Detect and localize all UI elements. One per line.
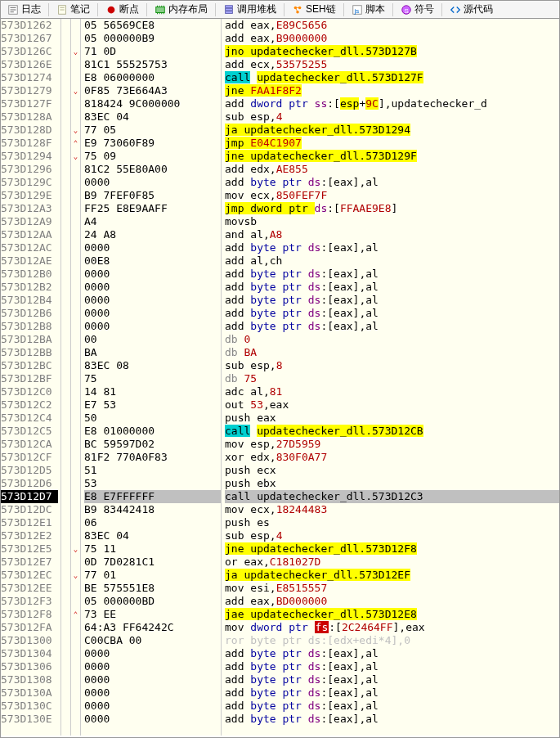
disassembly-cell[interactable]: ja updatechecker_dll.573D1294 xyxy=(225,124,559,137)
disassembly-cell[interactable]: sub esp,8 xyxy=(225,359,559,372)
address-cell[interactable]: 573D12CA xyxy=(1,438,58,451)
address-cell[interactable]: 573D12B4 xyxy=(1,294,58,307)
tab-memlayout[interactable]: 内存布局 xyxy=(150,2,213,17)
bytes-cell[interactable]: 0000 xyxy=(84,241,221,254)
disassembly-cell[interactable]: call updatechecker_dll.573D12C3 xyxy=(225,490,559,503)
bytes-cell[interactable]: 00 xyxy=(84,333,221,346)
address-cell[interactable]: 573D12C5 xyxy=(1,425,58,438)
disassembly-cell[interactable]: jne updatechecker_dll.573D129F xyxy=(225,150,559,163)
bytes-cell[interactable]: 0000 xyxy=(84,294,221,307)
address-cell[interactable]: 573D12BF xyxy=(1,372,58,385)
disassembly-cell[interactable]: xor edx,830F0A77 xyxy=(225,451,559,464)
tab-source[interactable]: 源代码 xyxy=(445,2,498,17)
address-cell[interactable]: 573D12BC xyxy=(1,359,58,372)
disassembly-cell[interactable]: add byte ptr ds:[eax],al xyxy=(225,320,559,333)
address-cell[interactable]: 573D12AE xyxy=(1,254,58,268)
disassembly-cell[interactable]: add eax,B9000000 xyxy=(225,32,559,45)
address-cell[interactable]: 573D12B6 xyxy=(1,307,58,320)
bytes-cell[interactable]: 0000 xyxy=(84,713,221,726)
disassembly-cell[interactable]: adc al,81 xyxy=(225,385,559,398)
bytes-cell[interactable]: 51 xyxy=(84,464,221,477)
address-cell[interactable]: 573D12CF xyxy=(1,451,58,464)
bytes-cell[interactable]: 0000 xyxy=(84,647,221,660)
disassembly-cell[interactable]: ja updatechecker_dll.573D12EF xyxy=(225,569,559,582)
bytes-cell[interactable]: 73 EE xyxy=(84,608,221,621)
disassembly-cell[interactable]: add byte ptr ds:[eax],al xyxy=(225,307,559,320)
disassembly-cell[interactable]: mov dword ptr fs:[2C2464FF],eax xyxy=(225,621,559,634)
address-cell[interactable]: 573D12EE xyxy=(1,582,58,595)
address-cell[interactable]: 573D12E1 xyxy=(1,516,58,529)
disassembly-cell[interactable]: sub esp,4 xyxy=(225,529,559,542)
bytes-cell[interactable]: 75 11 xyxy=(84,542,221,556)
disassembly-cell[interactable]: add byte ptr ds:[eax],al xyxy=(225,176,559,189)
address-cell[interactable]: 573D126E xyxy=(1,58,58,71)
disassembly-cell[interactable]: or eax,C181027D xyxy=(225,556,559,569)
disassembly-cell[interactable]: add byte ptr ds:[eax],al xyxy=(225,647,559,660)
bytes-cell[interactable]: E9 73060F89 xyxy=(84,137,221,150)
disassembly-cell[interactable]: call updatechecker_dll.573D12CB xyxy=(225,425,559,438)
address-cell[interactable]: 573D1267 xyxy=(1,32,58,45)
disassembly-cell[interactable]: add byte ptr ds:[eax],al xyxy=(225,713,559,726)
address-cell[interactable]: 573D1294 xyxy=(1,150,58,163)
disassembly-cell[interactable]: jmp E04C1907 xyxy=(225,137,559,150)
bytes-cell[interactable]: 0F85 73E664A3 xyxy=(84,84,221,97)
address-cell[interactable]: 573D12F8 xyxy=(1,608,58,621)
bytes-cell[interactable]: 81C1 55525753 xyxy=(84,58,221,71)
address-cell[interactable]: 573D12DC xyxy=(1,503,58,516)
bytes-cell[interactable]: 0000 xyxy=(84,686,221,700)
bytes-cell[interactable]: 00E8 xyxy=(84,254,221,268)
disassembly-cell[interactable]: push ebx xyxy=(225,477,559,490)
bytes-cell[interactable]: 05 56569CE8 xyxy=(84,19,221,32)
disassembly-cell[interactable]: add byte ptr ds:[eax],al xyxy=(225,281,559,294)
address-cell[interactable]: 573D129C xyxy=(1,176,58,189)
disassembly-cell[interactable]: movsb xyxy=(225,215,559,228)
disassembly-cell[interactable]: add byte ptr ds:[eax],al xyxy=(225,686,559,700)
address-cell[interactable]: 573D12C0 xyxy=(1,385,58,398)
bytes-cell[interactable]: 0000 xyxy=(84,268,221,281)
address-cell[interactable]: 573D12AC xyxy=(1,241,58,254)
address-cell[interactable]: 573D12E2 xyxy=(1,529,58,542)
disassembly-cell[interactable]: mov ecx,18244483 xyxy=(225,503,559,516)
address-cell[interactable]: 573D12EC xyxy=(1,569,58,582)
address-cell[interactable]: 573D1306 xyxy=(1,660,58,673)
address-cell[interactable]: 573D128A xyxy=(1,110,58,124)
bytes-cell[interactable]: 64:A3 FF64242C xyxy=(84,621,221,634)
bytes-cell[interactable]: B9 83442418 xyxy=(84,503,221,516)
disassembly-cell[interactable]: mov esi,E8515557 xyxy=(225,582,559,595)
disassembly-cell[interactable]: add al,ch xyxy=(225,254,559,268)
disassembly-cell[interactable]: jne updatechecker_dll.573D12F8 xyxy=(225,542,559,556)
disassembly-cell[interactable]: add byte ptr ds:[eax],al xyxy=(225,241,559,254)
address-cell[interactable]: 573D12E7 xyxy=(1,556,58,569)
address-cell[interactable]: 573D12B0 xyxy=(1,268,58,281)
bytes-cell[interactable]: 50 xyxy=(84,412,221,425)
bytes-cell[interactable]: 81F2 770A0F83 xyxy=(84,451,221,464)
disassembly-cell[interactable]: jmp dword ptr ds:[FFAAE9E8] xyxy=(225,202,559,215)
disassembly-cell[interactable]: mov esp,27D5959 xyxy=(225,438,559,451)
disassembly-cell[interactable]: add byte ptr ds:[eax],al xyxy=(225,268,559,281)
disassembly-cell[interactable]: ror byte ptr ds:[edx+edi*4],0 xyxy=(225,634,559,647)
disassembly-cell[interactable]: add byte ptr ds:[eax],al xyxy=(225,673,559,686)
address-cell[interactable]: 573D12C4 xyxy=(1,412,58,425)
bytes-cell[interactable]: E7 53 xyxy=(84,398,221,412)
address-cell[interactable]: 573D127F xyxy=(1,97,58,110)
address-cell[interactable]: 573D126C xyxy=(1,45,58,58)
bytes-cell[interactable]: BA xyxy=(84,346,221,359)
address-cell[interactable]: 573D1304 xyxy=(1,647,58,660)
address-cell[interactable]: 573D12D6 xyxy=(1,477,58,490)
bytes-cell[interactable]: 0000 xyxy=(84,673,221,686)
address-cell[interactable]: 573D12C2 xyxy=(1,398,58,412)
address-cell[interactable]: 573D12AA xyxy=(1,228,58,241)
tab-callstack[interactable]: 调用堆栈 xyxy=(218,2,281,17)
address-cell[interactable]: 573D12D5 xyxy=(1,464,58,477)
address-cell[interactable]: 573D1262 xyxy=(1,19,58,32)
address-cell[interactable]: 573D128D xyxy=(1,124,58,137)
address-cell[interactable]: 573D12F3 xyxy=(1,595,58,608)
tab-seh[interactable]: SEH链 xyxy=(287,2,341,17)
bytes-cell[interactable]: 83EC 08 xyxy=(84,359,221,372)
disassembly-cell[interactable]: jne FAA1F8F2 xyxy=(225,84,559,97)
disassembly-cell[interactable]: db 75 xyxy=(225,372,559,385)
bytes-cell[interactable]: 05 000000B9 xyxy=(84,32,221,45)
disassembly-cell[interactable]: jae updatechecker_dll.573D12E8 xyxy=(225,608,559,621)
bytes-cell[interactable]: 71 0D xyxy=(84,45,221,58)
tab-symbols[interactable]: S符号 xyxy=(396,2,439,17)
